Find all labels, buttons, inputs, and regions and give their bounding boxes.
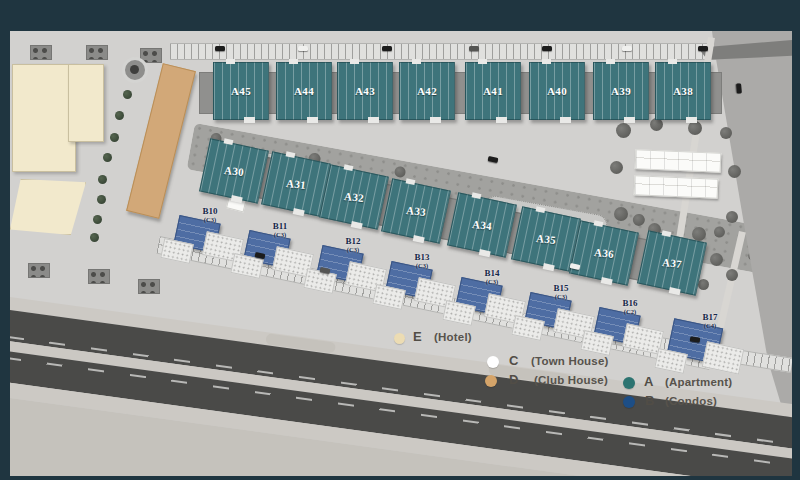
legend-dot-town-house (487, 356, 499, 368)
building-sublabel: (C4) (704, 322, 716, 329)
legend-label-town-house: (Town House) (531, 355, 609, 367)
site-plan-map: A45 A44 A43 A42 A41 A40 A39 A38 A30 A31 … (10, 31, 792, 476)
hotel-building-lower (10, 179, 86, 235)
building-label: A38 (673, 85, 693, 97)
building-a34: A34 (447, 192, 517, 257)
legend-key-club-house: D (509, 372, 518, 387)
building-sublabel: (C3) (555, 293, 567, 300)
building-sublabel: (C3) (416, 262, 428, 269)
building-a45: A45 (213, 62, 269, 120)
building-a33: A33 (381, 178, 451, 243)
building-label: A45 (231, 85, 251, 97)
building-label: A30 (223, 164, 244, 178)
tree-planter (30, 45, 52, 60)
hotel-building (12, 64, 76, 172)
tree-planter (28, 263, 50, 278)
building-label: B11 (273, 221, 288, 231)
building-label: B12 (345, 236, 360, 246)
car (622, 46, 632, 51)
legend-label-condos: (Condos) (665, 395, 717, 407)
top-parking-strip (170, 43, 745, 60)
tree-planter (88, 269, 110, 284)
building-label: A31 (285, 177, 306, 191)
building-label: B10 (202, 206, 217, 216)
car (298, 46, 308, 51)
building-a42: A42 (399, 62, 455, 120)
car (488, 156, 499, 163)
building-b15: B15(C3) (527, 286, 603, 338)
legend-dot-club-house (485, 375, 497, 387)
building-sublabel: (C2) (624, 308, 636, 315)
hotel-building-wing (68, 64, 104, 142)
car (736, 83, 742, 93)
club-house-building (126, 63, 196, 219)
tree-planter (138, 279, 160, 294)
car (382, 46, 392, 51)
building-a38: A38 (655, 62, 711, 120)
building-b14: B14(C3) (458, 271, 534, 323)
building-sublabel: (C3) (347, 246, 359, 253)
legend-label-club-house: (Club House) (534, 374, 608, 386)
legend-dot-condos (623, 396, 635, 408)
building-label: A34 (471, 218, 492, 232)
building-a30: A30 (199, 138, 269, 203)
building-label: B15 (553, 283, 568, 293)
building-label: A40 (547, 85, 567, 97)
building-label: A33 (405, 204, 426, 218)
building-a43: A43 (337, 62, 393, 120)
building-label: A42 (417, 85, 437, 97)
building-label: B16 (622, 298, 637, 308)
legend-label-hotel: (Hotel) (434, 331, 472, 343)
building-a37: A37 (637, 230, 707, 295)
legend-key-condos: B (645, 393, 654, 408)
building-a40: A40 (529, 62, 585, 120)
tree-planter (86, 45, 108, 60)
townhouse-row (635, 149, 722, 173)
building-a39: A39 (593, 62, 649, 120)
building-a36: A36 (569, 220, 639, 285)
building-a41: A41 (465, 62, 521, 120)
building-sublabel: (C3) (486, 278, 498, 285)
legend-key-town-house: C (509, 353, 518, 368)
building-sublabel: (C3) (204, 216, 216, 223)
car (469, 46, 479, 51)
building-b10: B10(C3) (176, 209, 252, 261)
masterplan-screenshot: A45 A44 A43 A42 A41 A40 A39 A38 A30 A31 … (0, 0, 800, 480)
building-a44: A44 (276, 62, 332, 120)
building-label: A36 (593, 246, 614, 260)
building-label: A39 (611, 85, 631, 97)
building-a32: A32 (319, 164, 389, 229)
building-b12: B12(C3) (319, 239, 395, 291)
building-label: A32 (343, 190, 364, 204)
building-b17: B17(C4) (668, 313, 748, 373)
roundabout (122, 57, 148, 83)
car (542, 46, 552, 51)
building-label: B13 (414, 252, 429, 262)
car (698, 46, 708, 51)
car (215, 46, 225, 51)
building-b13: B13(C3) (388, 255, 464, 307)
building-label: A35 (535, 232, 556, 246)
building-b16: B16(C2) (596, 301, 672, 353)
building-label: A37 (661, 256, 682, 270)
legend-label-apartment: (Apartment) (665, 376, 732, 388)
legend-dot-hotel (394, 333, 405, 344)
legend-key-apartment: A (644, 374, 653, 389)
building-label: A41 (483, 85, 503, 97)
townhouse-row (634, 175, 719, 199)
building-label: A44 (294, 85, 314, 97)
legend-dot-apartment (623, 377, 635, 389)
legend-key-hotel: E (413, 329, 422, 344)
building-label: A43 (355, 85, 375, 97)
building-sublabel: (C3) (274, 231, 286, 238)
building-label: B17 (702, 312, 717, 322)
building-label: B14 (484, 268, 499, 278)
